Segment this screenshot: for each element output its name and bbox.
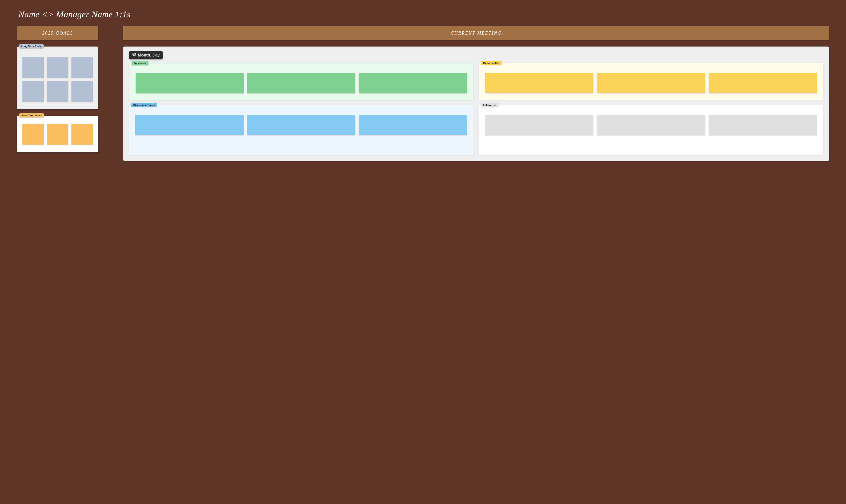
long-term-goals-tag: Long Term Goals [19, 44, 43, 48]
short-term-card[interactable] [71, 124, 93, 145]
success-card[interactable] [136, 73, 244, 93]
discussion-card[interactable] [247, 115, 355, 135]
successes-panel[interactable]: Successes [129, 63, 474, 100]
meeting-month: Month [138, 53, 150, 57]
svg-rect-0 [133, 53, 136, 55]
board-title: Name <> Manager Name 1:1s [18, 9, 829, 20]
success-card[interactable] [247, 73, 355, 93]
opportunity-card[interactable] [485, 73, 594, 93]
opportunities-tag: Opportunities [481, 61, 501, 65]
short-term-goals-grid [22, 124, 93, 145]
short-term-goals-panel[interactable]: Short Term Goals [17, 116, 98, 152]
meeting-day: Day [152, 53, 160, 57]
discussion-tag: Discussion Topics [131, 103, 157, 107]
long-term-card[interactable] [71, 81, 93, 102]
opportunities-panel[interactable]: Opportunities [479, 63, 823, 100]
opportunity-card[interactable] [597, 73, 705, 93]
discussion-row [135, 115, 467, 135]
long-term-card[interactable] [71, 57, 93, 78]
short-term-goals-tag: Short Term Goals [19, 113, 44, 118]
long-term-goals-panel[interactable]: Long Term Goals [17, 47, 98, 109]
opportunities-row [485, 73, 817, 93]
long-term-card[interactable] [47, 57, 69, 78]
opportunity-card[interactable] [709, 73, 817, 93]
success-card[interactable] [359, 73, 467, 93]
goals-header: 2025 GOALS [17, 26, 98, 40]
followup-card[interactable] [709, 115, 817, 135]
meeting-header: CURRENT MEETING [123, 26, 829, 40]
followups-panel[interactable]: Follow Ups [479, 105, 823, 155]
chat-icon [132, 53, 136, 58]
current-meeting-panel[interactable]: Month, Day Successes Opportunities [123, 47, 829, 161]
short-term-card[interactable] [47, 124, 69, 145]
discussion-panel[interactable]: Discussion Topics [129, 105, 474, 155]
followups-row [485, 115, 817, 135]
discussion-card[interactable] [135, 115, 244, 135]
short-term-card[interactable] [22, 124, 44, 145]
columns-container: 2025 GOALS Long Term Goals Short Term Go… [17, 26, 829, 161]
meeting-date-chip[interactable]: Month, Day [129, 51, 163, 59]
successes-tag: Successes [131, 61, 148, 65]
long-term-card[interactable] [47, 81, 69, 102]
followups-tag: Follow Ups [481, 103, 499, 107]
long-term-card[interactable] [22, 57, 44, 78]
followup-card[interactable] [597, 115, 705, 135]
discussion-card[interactable] [359, 115, 467, 135]
meeting-quad: Successes Opportunities [129, 63, 823, 155]
long-term-goals-grid [22, 57, 93, 102]
meeting-column: CURRENT MEETING Month, Day [123, 26, 829, 161]
long-term-card[interactable] [22, 81, 44, 102]
goals-column: 2025 GOALS Long Term Goals Short Term Go… [17, 26, 98, 152]
successes-row [136, 73, 467, 93]
meeting-separator: , [150, 53, 151, 57]
followup-card[interactable] [485, 115, 594, 135]
